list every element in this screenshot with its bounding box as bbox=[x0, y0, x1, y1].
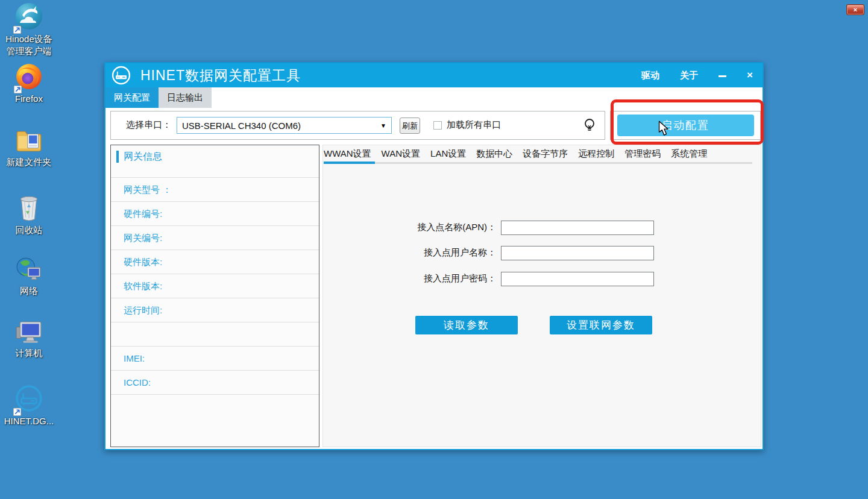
tab-gateway-config[interactable]: 网关配置 bbox=[105, 87, 159, 108]
info-row-uptime: 运行时间: bbox=[111, 298, 319, 322]
read-params-button[interactable]: 读取参数 bbox=[415, 316, 518, 334]
window-title: HINET数据网关配置工具 bbox=[140, 66, 641, 85]
desktop-icon-firefox[interactable]: Firefox bbox=[0, 63, 58, 105]
desktop-icon-new-folder[interactable]: 新建文件夹 bbox=[0, 128, 58, 168]
serial-port-value: USB-SERIAL CH340 (COM6) bbox=[182, 121, 380, 131]
desktop-icon-label: 管理客户端 bbox=[0, 45, 58, 57]
active-tab-underline bbox=[324, 162, 375, 164]
apn-field-row: 接入点名称(APN)： bbox=[323, 221, 761, 235]
folder-icon bbox=[15, 128, 43, 156]
tab-remote-control[interactable]: 远程控制 bbox=[578, 146, 614, 161]
hinode-logo-icon bbox=[14, 2, 43, 33]
apn-password-label: 接入点用户密码： bbox=[424, 273, 496, 284]
desktop-icon-recycle-bin[interactable]: 回收站 bbox=[0, 193, 58, 236]
titlebar: HINET数据网关配置工具 驱动 关于 × bbox=[105, 63, 763, 87]
driver-button[interactable]: 驱动 bbox=[641, 70, 659, 81]
apn-password-input[interactable] bbox=[501, 272, 654, 286]
app-window: HINET数据网关配置工具 驱动 关于 × 网关配置 日志输出 选择串口： US… bbox=[104, 62, 764, 450]
info-row-iccid: ICCID: bbox=[111, 371, 319, 395]
info-row-gw-number: 网关编号: bbox=[111, 226, 319, 250]
serial-port-label: 选择串口： bbox=[126, 119, 171, 131]
info-row-imei: IMEI: bbox=[111, 347, 319, 371]
apn-input[interactable] bbox=[501, 221, 654, 235]
network-icon bbox=[15, 256, 43, 285]
desktop-icon-label: 新建文件夹 bbox=[0, 156, 58, 168]
gateway-info-title: 网关信息 bbox=[124, 151, 162, 163]
tab-lan-settings[interactable]: LAN设置 bbox=[430, 146, 466, 161]
close-window-button[interactable]: × bbox=[747, 69, 753, 81]
about-button[interactable]: 关于 bbox=[680, 70, 698, 81]
info-row-hw-number: 硬件编号: bbox=[111, 202, 319, 226]
start-config-button[interactable]: 启动配置 bbox=[617, 115, 754, 136]
apn-username-input[interactable] bbox=[501, 246, 654, 260]
desktop-icon-hinet-shortcut[interactable]: HINET.DG... bbox=[0, 384, 58, 427]
settings-tab-bar: WWAN设置 WAN设置 LAN设置 数据中心 设备字节序 远程控制 管理密码 … bbox=[324, 146, 707, 161]
tab-admin-password[interactable]: 管理密码 bbox=[624, 146, 661, 161]
desktop-icon-label: HINET.DG... bbox=[0, 415, 58, 427]
minimize-button[interactable] bbox=[719, 71, 726, 81]
shortcut-arrow-icon bbox=[14, 85, 22, 93]
apn-label: 接入点名称(APN)： bbox=[417, 222, 496, 233]
serial-port-select[interactable]: USB-SERIAL CH340 (COM6) ▼ bbox=[177, 117, 392, 134]
gateway-info-panel: 网关信息 网关型号 ： 硬件编号: 网关编号: 硬件版本: 软件版本: 运行时间… bbox=[110, 145, 319, 447]
main-tab-bar: 网关配置 日志输出 bbox=[105, 87, 763, 108]
desktop-icon-label: 计算机 bbox=[0, 347, 58, 359]
shortcut-arrow-icon bbox=[13, 25, 21, 33]
desktop-icon-label: Hinode设备 bbox=[0, 33, 58, 45]
tab-system-manage[interactable]: 系统管理 bbox=[671, 146, 707, 161]
computer-icon bbox=[15, 319, 43, 347]
desktop-icon-network[interactable]: 网络 bbox=[0, 256, 58, 297]
app-logo-icon bbox=[112, 66, 131, 85]
minimize-icon bbox=[719, 75, 726, 77]
tab-byte-order[interactable]: 设备字节序 bbox=[523, 146, 568, 161]
desktop-icon-computer[interactable]: 计算机 bbox=[0, 319, 58, 359]
tab-underline-track bbox=[375, 162, 752, 164]
apn-username-field-row: 接入点用户名称： bbox=[323, 246, 761, 260]
serial-port-group: 选择串口： USB-SERIAL CH340 (COM6) ▼ 刷新 加载所有串… bbox=[110, 111, 605, 140]
load-all-ports-label: 加载所有串口 bbox=[447, 119, 501, 131]
tab-wwan-settings[interactable]: WWAN设置 bbox=[324, 146, 371, 161]
info-row-model: 网关型号 ： bbox=[111, 178, 319, 202]
info-row-hw-version: 硬件版本: bbox=[111, 250, 319, 274]
info-row-sw-version: 软件版本: bbox=[111, 274, 319, 298]
apn-username-label: 接入点用户名称： bbox=[424, 247, 496, 259]
desktop-close-button[interactable]: × bbox=[846, 4, 864, 15]
info-row-empty bbox=[111, 322, 319, 347]
desktop-icon-label: Firefox bbox=[0, 93, 58, 105]
header-accent-bar bbox=[116, 151, 119, 163]
tab-wan-settings[interactable]: WAN设置 bbox=[382, 146, 420, 161]
load-all-ports-checkbox[interactable] bbox=[433, 121, 442, 130]
gateway-info-header: 网关信息 bbox=[111, 145, 319, 178]
shortcut-arrow-icon bbox=[13, 407, 21, 415]
hinet-router-icon bbox=[14, 384, 43, 415]
lightbulb-icon[interactable] bbox=[583, 118, 596, 136]
set-network-params-button[interactable]: 设置联网参数 bbox=[550, 316, 652, 334]
desktop-icon-hinode[interactable]: Hinode设备 管理客户端 bbox=[0, 2, 58, 57]
desktop-icon-label: 回收站 bbox=[0, 224, 58, 236]
tab-log-output[interactable]: 日志输出 bbox=[159, 87, 212, 108]
refresh-button[interactable]: 刷新 bbox=[400, 118, 420, 134]
dropdown-caret-icon: ▼ bbox=[380, 122, 386, 129]
firefox-icon bbox=[15, 63, 43, 93]
tab-data-center[interactable]: 数据中心 bbox=[476, 146, 512, 161]
settings-panel: WWAN设置 WAN设置 LAN设置 数据中心 设备字节序 远程控制 管理密码 … bbox=[322, 145, 761, 447]
apn-password-field-row: 接入点用户密码： bbox=[323, 272, 761, 286]
desktop-icon-label: 网络 bbox=[0, 285, 58, 297]
start-config-group: 启动配置 bbox=[610, 111, 761, 140]
recycle-bin-icon bbox=[16, 193, 42, 224]
